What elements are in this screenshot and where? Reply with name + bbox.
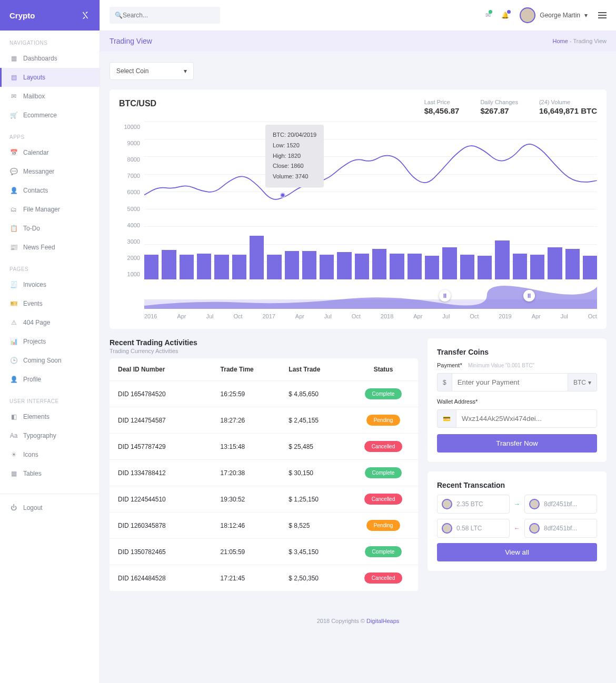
page-title: Trading View xyxy=(110,37,152,45)
mail-icon: ✉ xyxy=(9,92,18,101)
transfer-button[interactable]: Transfer Now xyxy=(437,434,597,453)
nav-filemanager[interactable]: 🗂File Manager xyxy=(0,200,100,219)
table-row[interactable]: DID 1457787429 13:15:48 $ 25,485 Cancell… xyxy=(110,434,418,460)
chevron-down-icon: ▾ xyxy=(184,67,187,75)
tx-amount[interactable]: 0.58 LTC xyxy=(437,519,510,538)
status-badge: Complete xyxy=(365,546,402,557)
table-row[interactable]: DID 1260345878 18:12:46 $ 8,525 Pending xyxy=(110,513,418,539)
nav-404[interactable]: ⚠404 Page xyxy=(0,313,100,332)
daily-changes-label: Daily Changes xyxy=(480,99,518,105)
transfer-title: Transfer Coins xyxy=(437,348,597,356)
nav-dashboards[interactable]: ▦Dashboards xyxy=(0,49,100,68)
nav-layouts[interactable]: ▤Layouts xyxy=(0,68,100,87)
activities-section: Recent Trading Activities Trading Curren… xyxy=(110,338,418,591)
footer-link[interactable]: DigitalHeaps xyxy=(366,618,399,624)
payment-input[interactable] xyxy=(452,373,568,391)
user-name: George Martin xyxy=(540,12,580,19)
status-badge: Complete xyxy=(365,467,402,478)
nav-logout[interactable]: ⏻Logout xyxy=(0,498,100,517)
contacts-icon: 👤 xyxy=(9,186,18,195)
status-badge: Cancelled xyxy=(364,572,402,584)
arrow-icon: → xyxy=(514,500,520,508)
tx-address[interactable]: 8df2451bf... xyxy=(524,495,597,514)
hamburger-button[interactable] xyxy=(598,12,607,18)
chart-brush[interactable]: II II xyxy=(144,285,597,309)
chart-tooltip: BTC: 20/04/2019 Low: 1520 High: 1820 Clo… xyxy=(265,125,324,187)
tools-icon[interactable] xyxy=(81,11,90,20)
arrow-icon: ← xyxy=(514,525,520,532)
nav-projects[interactable]: 📊Projects xyxy=(0,332,100,351)
nav-calendar[interactable]: 📅Calendar xyxy=(0,143,100,162)
nav-todo[interactable]: 📋To-Do xyxy=(0,219,100,238)
chart-plot[interactable]: BTC: 20/04/2019 Low: 1520 High: 1820 Clo… xyxy=(144,122,597,279)
wallet-input[interactable] xyxy=(456,409,597,428)
view-all-button[interactable]: View all xyxy=(437,543,597,561)
wallet-label: Wallet Address* xyxy=(437,398,478,405)
nav-section-apps: APPS xyxy=(0,125,100,143)
layout-icon: ▤ xyxy=(9,73,18,82)
user-menu[interactable]: George Martin ▾ xyxy=(520,7,588,23)
warning-icon: ⚠ xyxy=(9,318,18,327)
chart-card: BTC/USD Last Price$8,456.87 Daily Change… xyxy=(110,89,607,329)
page-header: Trading View Home - Trading View xyxy=(100,31,616,52)
recent-tx-card: Recent Transcation 2.35 BTC → 8df2451bf.… xyxy=(428,471,607,571)
nav-section-pages: PAGES xyxy=(0,257,100,275)
nav-newsfeed[interactable]: 📰News Feed xyxy=(0,238,100,257)
currency-select[interactable]: BTC▾ xyxy=(568,373,597,391)
search-input[interactable] xyxy=(123,12,215,19)
nav-events[interactable]: 🎫Events xyxy=(0,294,100,313)
topbar: 🔍 ✉ 🔔 George Martin ▾ xyxy=(100,0,616,31)
nav-profile[interactable]: 👤Profile xyxy=(0,370,100,389)
table-row[interactable]: DID 1624484528 17:21:45 $ 2,50,350 Cance… xyxy=(110,565,418,591)
folder-icon: 🗂 xyxy=(9,205,18,214)
crumb-home[interactable]: Home xyxy=(552,38,568,44)
avatar xyxy=(442,499,452,509)
table-row[interactable]: DID 1334788412 17:20:38 $ 30,150 Complet… xyxy=(110,460,418,486)
daily-changes-value: $267.87 xyxy=(480,106,518,115)
payment-label: Payment* xyxy=(437,362,462,368)
chart-point-icon xyxy=(280,193,285,198)
nav-mailbox[interactable]: ✉Mailbox xyxy=(0,87,100,106)
chart-x-axis: 2016AprJulOct2017AprJulOct2018AprJulOct2… xyxy=(144,313,597,319)
chart-y-axis: 1000090008000700060005000400030002000100… xyxy=(119,122,140,279)
brush-handle-left[interactable]: II xyxy=(439,290,451,302)
table-row[interactable]: DID 1224544510 19:30:52 $ 1,25,150 Cance… xyxy=(110,486,418,513)
last-price-label: Last Price xyxy=(424,99,460,105)
tx-row: 0.58 LTC ← 8df2451bf... xyxy=(437,519,597,538)
volume-value: 16,649,871 BTC xyxy=(539,106,597,115)
status-badge: Complete xyxy=(365,388,402,399)
table-row[interactable]: DID 1244754587 18:27:26 $ 2,45,155 Pendi… xyxy=(110,407,418,434)
table-row[interactable]: DID 1350782465 21:05:59 $ 3,45,150 Compl… xyxy=(110,539,418,565)
nav-messanger[interactable]: 💬Messanger xyxy=(0,162,100,181)
tx-row: 2.35 BTC → 8df2451bf... xyxy=(437,495,597,514)
nav-icons[interactable]: ☀Icons xyxy=(0,445,100,464)
chart-bars xyxy=(144,232,597,279)
nav-section-ui: USER INTERFACE xyxy=(0,389,100,407)
news-icon: 📰 xyxy=(9,243,18,252)
nav-comingsoon[interactable]: 🕒Coming Soon xyxy=(0,351,100,370)
transfer-card: Transfer Coins Payment* Minimum Value "0… xyxy=(428,338,607,462)
table-row[interactable]: DID 1654784520 16:25:59 $ 4,85,650 Compl… xyxy=(110,381,418,407)
tx-address[interactable]: 8df2451bf... xyxy=(524,519,597,538)
nav-invoices[interactable]: 🧾Invoices xyxy=(0,275,100,294)
nav-elements[interactable]: ◧Elements xyxy=(0,407,100,426)
icons-icon: ☀ xyxy=(9,450,18,459)
grid-icon: ▦ xyxy=(9,54,18,63)
select-coin-dropdown[interactable]: Select Coin ▾ xyxy=(110,62,194,80)
avatar xyxy=(520,7,535,23)
mail-button[interactable]: ✉ xyxy=(485,12,491,19)
nav-contacts[interactable]: 👤Contacts xyxy=(0,181,100,200)
status-badge: Cancelled xyxy=(364,441,402,452)
nav-ecommerce[interactable]: 🛒Ecommerce xyxy=(0,106,100,125)
clock-icon: 🕒 xyxy=(9,356,18,365)
brush-handle-right[interactable]: II xyxy=(523,290,535,302)
nav-typography[interactable]: AaTypography xyxy=(0,426,100,445)
crumb-current: Trading View xyxy=(573,38,607,44)
nav-tables[interactable]: ▦Tables xyxy=(0,464,100,483)
bell-button[interactable]: 🔔 xyxy=(501,12,509,19)
payment-hint: Minimum Value "0.001 BTC" xyxy=(468,363,534,368)
search-box[interactable]: 🔍 xyxy=(110,7,220,24)
tx-amount[interactable]: 2.35 BTC xyxy=(437,495,510,514)
power-icon: ⏻ xyxy=(9,504,18,512)
brand-bar: Crypto xyxy=(0,0,100,31)
